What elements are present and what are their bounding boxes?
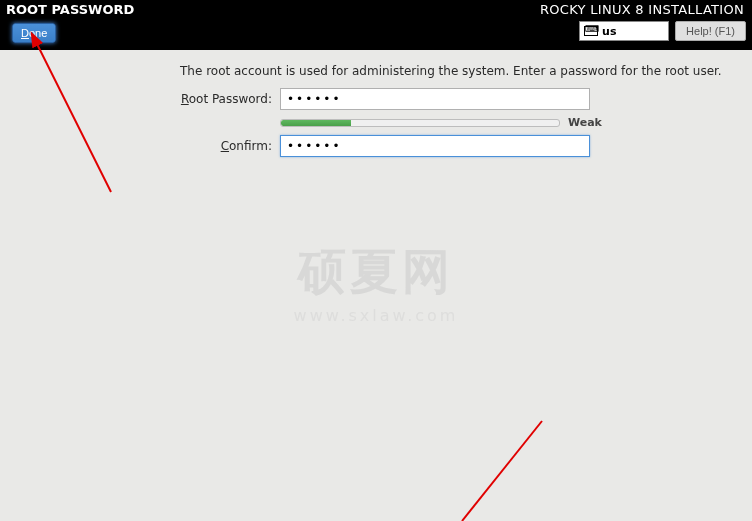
- confirm-label-rest: onfirm:: [229, 139, 272, 153]
- installer-title: ROCKY LINUX 8 INSTALLATION: [540, 2, 746, 17]
- confirm-password-input[interactable]: [280, 135, 590, 157]
- keyboard-layout-label: us: [602, 25, 616, 38]
- header-left: ROOT PASSWORD Done: [0, 0, 140, 43]
- root-password-label: Root Password:: [180, 92, 280, 106]
- header-bar: ROOT PASSWORD Done ROCKY LINUX 8 INSTALL…: [0, 0, 752, 50]
- watermark-main: 硕夏网: [0, 240, 752, 304]
- annotation-arrow-bottom: [452, 411, 572, 521]
- main-content: The root account is used for administeri…: [0, 50, 752, 173]
- keyboard-icon: [584, 26, 598, 36]
- root-label-accel: R: [181, 92, 189, 106]
- watermark: 硕夏网 www.sxlaw.com: [0, 240, 752, 325]
- keyboard-layout-indicator[interactable]: us: [579, 21, 669, 41]
- page-title: ROOT PASSWORD: [0, 0, 140, 17]
- help-button[interactable]: Help! (F1): [675, 21, 746, 41]
- password-strength-bar: [280, 119, 560, 127]
- root-label-rest: oot Password:: [189, 92, 272, 106]
- svg-line-1: [462, 421, 542, 521]
- confirm-label: Confirm:: [180, 139, 280, 153]
- password-strength-fill: [281, 120, 351, 126]
- header-right-row: us Help! (F1): [540, 21, 746, 41]
- done-button[interactable]: Done: [12, 23, 56, 43]
- root-password-input[interactable]: [280, 88, 590, 110]
- confirm-label-accel: C: [221, 139, 229, 153]
- confirm-row: Confirm:: [180, 135, 742, 157]
- instruction-text: The root account is used for administeri…: [180, 64, 742, 78]
- header-right: ROCKY LINUX 8 INSTALLATION us Help! (F1): [540, 0, 752, 41]
- root-password-row: Root Password:: [180, 88, 742, 110]
- watermark-sub: www.sxlaw.com: [0, 306, 752, 325]
- password-strength-label: Weak: [568, 116, 602, 129]
- strength-row: Weak: [180, 116, 742, 129]
